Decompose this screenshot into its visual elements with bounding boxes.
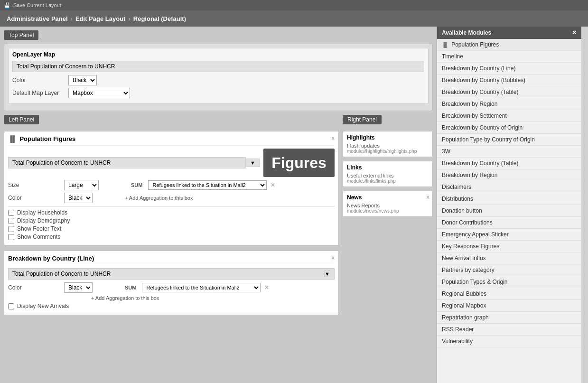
toolbar: 💾 Save Current Layout: [0, 0, 588, 10]
module-list-item-3[interactable]: Breakdown by Country (Bubbles): [437, 75, 581, 86]
color-select[interactable]: Black Blue Red: [68, 75, 97, 85]
figures-placeholder: Figures: [263, 149, 335, 177]
cb-demography[interactable]: [8, 218, 14, 224]
module-list-item-20[interactable]: Population Types & Origin: [437, 276, 581, 288]
pop-figures-close[interactable]: x: [332, 134, 335, 141]
module-item-label-25: Vulnerability: [442, 338, 473, 345]
breakdown-color-select[interactable]: Black Blue Red: [64, 282, 93, 293]
color-row: Color Black Blue Red: [12, 75, 424, 85]
module-item-label-17: Key Response Figures: [442, 243, 499, 250]
module-item-label-1: Timeline: [442, 53, 463, 60]
module-item-label-7: Breakdown by Country of Origin: [442, 124, 523, 131]
save-layout-label: Save Current Layout: [13, 2, 61, 8]
right-panel-label: Right Panel: [343, 115, 382, 124]
check-new-arrivals: Display New Arrivals: [8, 303, 335, 309]
module-list-item-24[interactable]: RSS Reader: [437, 324, 581, 336]
module-list-item-10[interactable]: Breakdown by Country (Table): [437, 158, 581, 169]
module-item-label-23: Repatriation graph: [442, 314, 489, 321]
top-panel-label-wrap: Top Panel: [4, 30, 433, 44]
breakdown-close[interactable]: x: [332, 254, 335, 261]
remove-sum-1[interactable]: ✕: [271, 182, 275, 188]
left-panel-label: Left Panel: [4, 115, 39, 124]
module-item-label-24: RSS Reader: [442, 326, 474, 333]
news-title: News: [347, 194, 429, 201]
module-list-item-14[interactable]: Donation button: [437, 205, 581, 217]
check-comments: Show Comments: [8, 234, 335, 240]
module-list-item-9[interactable]: 3W: [437, 146, 581, 158]
available-modules-close[interactable]: ✕: [572, 29, 577, 36]
pop-total-label: Total Population of Concern to UNHCR: [8, 157, 246, 168]
openlayer-section: OpenLayer Map Total Population of Concer…: [8, 48, 429, 104]
breakdown-color-label: Color: [8, 284, 60, 291]
module-list-item-13[interactable]: Distributions: [437, 193, 581, 205]
remove-sum-2[interactable]: ✕: [264, 284, 269, 291]
check-demography: Display Demography: [8, 217, 335, 224]
breakdown-sub-title-row: Total Population of Concern to UNHCR ▼: [8, 268, 335, 280]
module-list-item-22[interactable]: Regional Mapbox: [437, 300, 581, 312]
module-list-item-25[interactable]: Vulnerability: [437, 336, 581, 347]
news-path: modules/news/news.php: [347, 208, 429, 214]
module-item-label-22: Regional Mapbox: [442, 302, 486, 309]
map-layer-select[interactable]: Mapbox Google Maps OpenStreetMap: [68, 88, 130, 98]
breakdown-dropdown-btn[interactable]: ▼: [324, 271, 330, 277]
module-item-label-20: Population Types & Origin: [442, 279, 508, 285]
cb-households[interactable]: [8, 210, 14, 216]
modules-list: ▐▌Population FiguresTimelineBreakdown by…: [437, 39, 581, 383]
module-item-label-11: Breakdown by Region: [442, 172, 497, 178]
news-close[interactable]: x: [427, 193, 430, 200]
cb-new-arrivals[interactable]: [8, 303, 14, 309]
breakdown-header: Breakdown by Country (Line): [8, 255, 335, 265]
module-list-item-5[interactable]: Breakdown by Region: [437, 98, 581, 110]
add-agg-2[interactable]: + Add Aggregation to this box: [91, 295, 335, 301]
color-label-2: Color: [8, 195, 60, 201]
module-list-item-23[interactable]: Repatriation graph: [437, 312, 581, 324]
module-item-label-9: 3W: [442, 148, 450, 155]
size-label: Size: [8, 182, 60, 188]
module-item-label-3: Breakdown by Country (Bubbles): [442, 77, 525, 84]
module-item-label-5: Breakdown by Region: [442, 101, 497, 107]
check-footer: Show Footer Text: [8, 225, 335, 232]
module-item-label-21: Regional Bubbles: [442, 290, 486, 297]
sum-select-2[interactable]: Refugees linked to the Situation in Mali…: [142, 283, 261, 292]
module-list-item-18[interactable]: New Arrival Influx: [437, 252, 581, 264]
map-layer-row: Default Map Layer Mapbox Google Maps Ope…: [12, 88, 424, 98]
top-panel-section: OpenLayer Map Total Population of Concer…: [4, 44, 433, 111]
pop-dropdown-btn[interactable]: ▼: [246, 159, 260, 167]
cb-comments[interactable]: [8, 234, 14, 240]
module-list-item-15[interactable]: Donor Contributions: [437, 217, 581, 229]
breakdown-country-line-card: Breakdown by Country (Line) x Total Popu…: [4, 251, 339, 315]
module-list-item-21[interactable]: Regional Bubbles: [437, 288, 581, 300]
left-panel-area: Left Panel ▐▌ Population Figures x Total…: [4, 115, 339, 320]
module-list-item-11[interactable]: Breakdown by Region: [437, 169, 581, 181]
module-list-item-0[interactable]: ▐▌Population Figures: [437, 39, 581, 51]
openlayer-title: OpenLayer Map: [12, 51, 424, 58]
module-list-item-6[interactable]: Breakdown by Settlement: [437, 110, 581, 122]
pop-figures-row: Total Population of Concern to UNHCR ▼ F…: [8, 149, 335, 177]
breakdown-title: Breakdown by Country (Line): [8, 255, 94, 262]
size-select[interactable]: Small Medium Large: [64, 180, 99, 190]
cb-footer[interactable]: [8, 226, 14, 232]
add-agg-1[interactable]: + Add Aggregation to this box: [125, 195, 193, 201]
module-list-item-16[interactable]: Emergency Appeal Sticker: [437, 229, 581, 241]
module-item-label-18: New Arrival Influx: [442, 255, 486, 262]
bar-chart-icon: ▐▌: [8, 135, 17, 142]
breadcrumb-sep2: ›: [128, 15, 130, 22]
module-item-label-0: Population Figures: [451, 41, 499, 48]
module-item-label-10: Breakdown by Country (Table): [442, 160, 518, 167]
module-list-item-17[interactable]: Key Response Figures: [437, 241, 581, 252]
color-select-2[interactable]: Black Blue Red: [64, 193, 93, 203]
module-list-item-7[interactable]: Breakdown by Country of Origin: [437, 122, 581, 134]
module-list-item-19[interactable]: Partners by category: [437, 264, 581, 276]
color-row-2: Color Black Blue Red + Add Aggregation t…: [8, 193, 335, 203]
available-modules-panel: Available Modules ✕ ▐▌Population Figures…: [437, 27, 581, 383]
module-list-item-2[interactable]: Breakdown by Country (Line): [437, 63, 581, 75]
module-list-item-12[interactable]: Disclaimers: [437, 181, 581, 193]
module-list-item-1[interactable]: Timeline: [437, 51, 581, 63]
module-item-label-8: Population Type by Country of Origin: [442, 136, 535, 143]
module-list-item-4[interactable]: Breakdown by Country (Table): [437, 86, 581, 98]
module-list-item-8[interactable]: Population Type by Country of Origin: [437, 134, 581, 146]
available-modules-title: Available Modules: [442, 29, 491, 36]
check-households: Display Households: [8, 209, 335, 216]
sum-select-1[interactable]: Refugees linked to the Situation in Mali…: [148, 180, 267, 190]
module-item-label-15: Donor Contributions: [442, 219, 493, 226]
